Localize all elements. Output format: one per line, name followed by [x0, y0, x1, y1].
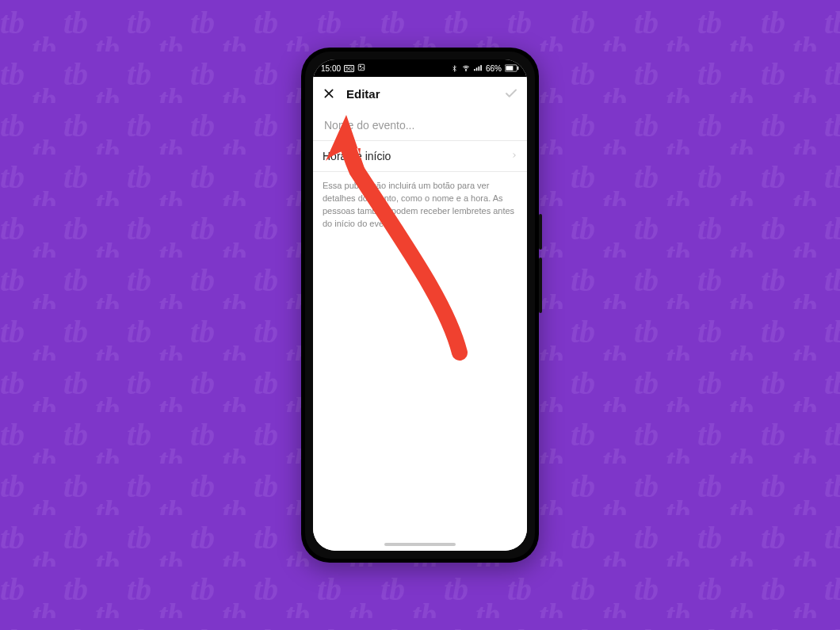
start-time-label: Hora de início	[323, 150, 391, 162]
phone-side-button	[539, 258, 542, 313]
phone-screen: 15:00 5G	[313, 59, 527, 551]
app-header: Editar	[313, 77, 527, 110]
battery-icon	[505, 64, 519, 72]
event-name-input[interactable]	[323, 118, 521, 132]
close-button[interactable]	[319, 84, 338, 103]
phone-side-button	[539, 214, 542, 250]
svg-rect-9	[480, 65, 482, 71]
home-indicator[interactable]	[384, 543, 456, 546]
header-title: Editar	[346, 87, 380, 101]
svg-rect-11	[506, 66, 513, 71]
event-name-row	[313, 110, 527, 141]
svg-point-5	[466, 71, 467, 71]
start-time-row[interactable]: Hora de início	[313, 141, 527, 172]
app-content: Editar Hora de início	[313, 77, 527, 551]
status-time: 15:00	[321, 64, 341, 73]
network-5g-icon: 5G	[344, 65, 354, 72]
confirm-button[interactable]	[502, 84, 521, 103]
phone-frame: 15:00 5G	[301, 48, 539, 563]
wifi-icon	[461, 64, 471, 72]
battery-percent: 66%	[486, 64, 502, 73]
status-bar: 15:00 5G	[313, 59, 527, 77]
svg-point-4	[360, 66, 361, 67]
svg-rect-7	[476, 67, 478, 71]
checkmark-icon	[504, 86, 518, 101]
info-text: Essa publicação incluirá um botão para v…	[313, 172, 527, 239]
svg-rect-3	[359, 64, 365, 71]
chevron-right-icon	[511, 149, 517, 163]
svg-rect-8	[478, 67, 479, 71]
svg-rect-6	[474, 69, 475, 71]
close-icon	[323, 87, 335, 100]
signal-icon	[474, 64, 483, 72]
phone-bezel: 15:00 5G	[305, 52, 535, 559]
image-icon	[357, 63, 365, 73]
bluetooth-icon	[451, 64, 458, 73]
svg-rect-12	[517, 67, 518, 70]
